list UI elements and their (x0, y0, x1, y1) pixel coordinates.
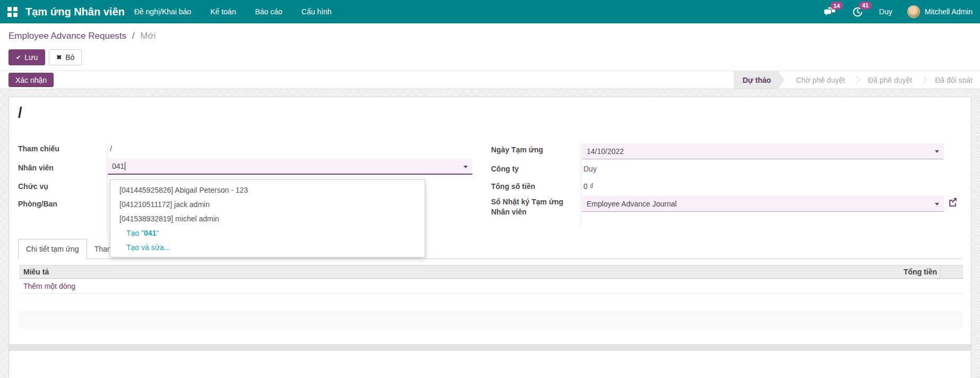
journal-label: Sổ Nhật ký Tạm ứng Nhân viên (491, 197, 571, 217)
dropdown-option[interactable]: [041210511172] jack admin (110, 197, 425, 212)
create-option-suffix: " (156, 229, 159, 237)
total-amount-value: 0 ₫ (583, 182, 594, 191)
menu-de-nghi-khai-bao[interactable]: Đề nghị/Khai báo (134, 7, 191, 16)
chevron-down-icon[interactable] (463, 166, 468, 168)
empty-row (19, 311, 963, 329)
employee-label: Nhân viên (18, 164, 54, 172)
activities-button[interactable]: 41 (852, 6, 863, 18)
dropdown-option[interactable]: [041538932819] michel admin (110, 212, 425, 226)
column-header-total[interactable]: Tổng tiền (855, 268, 940, 276)
table-row: Thêm một dòng (19, 279, 963, 294)
menu-ke-toan[interactable]: Kế toán (210, 7, 236, 16)
breadcrumb-separator: / (132, 31, 135, 41)
check-icon: ✔ (16, 54, 21, 61)
messages-button[interactable]: 14 (823, 6, 836, 17)
text-cursor (125, 162, 125, 170)
breadcrumb-current: Mới (140, 31, 156, 41)
control-buttons: ✔ Lưu ✖ Bỏ (8, 49, 82, 65)
advance-date-input[interactable]: 14/10/2022 (582, 143, 944, 159)
journal-value: Employee Advance Journal (587, 200, 677, 208)
statusbar-step-cho-phe-duyet[interactable]: Chờ phê duyệt (787, 71, 854, 89)
sheet-footer-band (9, 344, 971, 351)
user-menu[interactable]: Mitchell Admin (925, 7, 973, 16)
advance-date-value: 14/10/2022 (587, 147, 624, 156)
dropdown-create-option[interactable]: Tạo "041" (110, 226, 425, 240)
advance-date-label: Ngày Tạm ứng (491, 145, 543, 154)
statusbar: Dự thảo Chờ phê duyệt Đã phê duyệt Đã đố… (734, 71, 980, 89)
status-row: Xác nhận Dự thảo Chờ phê duyệt Đã phê du… (0, 71, 980, 89)
job-label: Chức vụ (18, 182, 48, 191)
tab-chi-tiet-tam-ung[interactable]: Chi tiết tạm ứng (18, 239, 87, 259)
app-title[interactable]: Tạm ứng Nhân viên (25, 6, 125, 18)
create-option-prefix: Tạo " (126, 229, 144, 237)
breadcrumb-parent-link[interactable]: Employee Advance Requests (8, 31, 126, 41)
odoo-form-view: Tạm ứng Nhân viên Đề nghị/Khai báo Kế to… (0, 0, 980, 378)
statusbar-step-da-doi-soat[interactable]: Đã đối soát (926, 71, 980, 89)
employee-input-value: 041 (112, 162, 124, 170)
navbar-right: 14 41 Duy Mitchell Admin (823, 5, 980, 18)
company-label: Công ty (491, 165, 519, 173)
apps-grid-icon[interactable] (7, 7, 18, 17)
chevron-down-icon[interactable] (935, 203, 939, 205)
department-label: Phòng/Ban (18, 200, 57, 208)
menu-cau-hinh[interactable]: Cấu hình (302, 7, 332, 16)
discard-button-label: Bỏ (65, 53, 74, 62)
confirm-button[interactable]: Xác nhận (8, 73, 54, 87)
column-header-empty (940, 265, 963, 278)
chevron-down-icon[interactable] (935, 150, 939, 153)
reference-label: Tham chiếu (18, 144, 59, 153)
record-name: / (18, 105, 22, 121)
x-icon: ✖ (56, 54, 62, 61)
save-button[interactable]: ✔ Lưu (8, 49, 45, 65)
total-amount-label: Tổng số tiền (491, 182, 535, 191)
navbar-menus: Đề nghị/Khai báo Kế toán Báo cáo Cấu hìn… (134, 7, 332, 16)
company-switcher[interactable]: Duy (879, 7, 892, 16)
column-separator (581, 142, 581, 227)
statusbar-step-da-phe-duyet[interactable]: Đã phê duyệt (859, 71, 921, 89)
breadcrumb: Employee Advance Requests / Mới (8, 31, 156, 41)
top-navbar: Tạm ứng Nhân viên Đề nghị/Khai báo Kế to… (0, 0, 980, 23)
activities-badge: 41 (859, 2, 872, 10)
add-line-link[interactable]: Thêm một dòng (23, 282, 75, 290)
save-button-label: Lưu (24, 53, 38, 62)
external-link-icon[interactable] (948, 197, 957, 208)
menu-bao-cao[interactable]: Báo cáo (255, 7, 282, 16)
journal-input[interactable]: Employee Advance Journal (582, 196, 944, 212)
employee-dropdown: [041445925826] Abigail Peterson - 123 [0… (110, 179, 425, 257)
column-header-description[interactable]: Miêu tả (19, 268, 855, 276)
discard-button[interactable]: ✖ Bỏ (49, 49, 82, 65)
table-header: Miêu tả Tổng tiền (19, 265, 963, 279)
employee-input[interactable]: 041 (108, 159, 472, 175)
messages-badge: 14 (830, 2, 843, 10)
user-avatar[interactable] (907, 5, 920, 18)
dropdown-create-edit-option[interactable]: Tạo và sửa... (110, 240, 425, 255)
dropdown-option[interactable]: [041445925826] Abigail Peterson - 123 (110, 183, 425, 197)
create-option-term: 041 (144, 229, 156, 237)
statusbar-step-du-thao[interactable]: Dự thảo (734, 71, 785, 89)
reference-value: / (110, 144, 112, 153)
column-separator (107, 143, 107, 234)
advance-lines-table: Miêu tả Tổng tiền Thêm một dòng (19, 265, 963, 294)
company-value-link[interactable]: Duy (583, 165, 597, 173)
